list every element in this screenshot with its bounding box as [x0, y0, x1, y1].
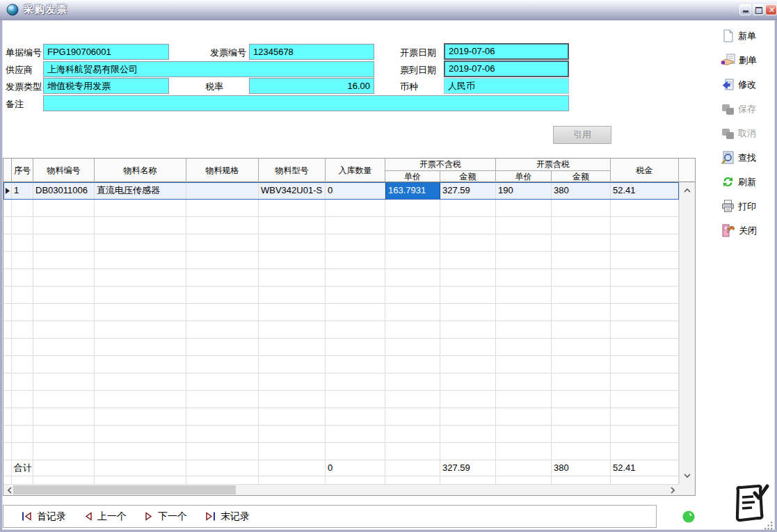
invoice-no-field[interactable]: 12345678	[249, 44, 374, 60]
empty-cell	[186, 443, 259, 460]
cell-qty[interactable]: 0	[326, 182, 385, 200]
cell-price-excl-selected[interactable]: 163.7931	[385, 182, 440, 200]
invoice-type-field[interactable]: 增值税专用发票	[43, 78, 169, 94]
table-empty-row[interactable]	[3, 391, 679, 408]
invoice-date-field[interactable]: 2019-07-06	[444, 43, 569, 60]
supplier-field[interactable]: 上海科航贸易有限公司	[43, 61, 374, 77]
header-group-excl-tax[interactable]: 开票不含税	[385, 159, 496, 171]
previous-record-button[interactable]: 上一个	[84, 510, 127, 523]
table-empty-row[interactable]	[3, 426, 679, 443]
empty-cell	[611, 234, 679, 252]
header-amount-incl[interactable]: 金额	[552, 171, 611, 182]
empty-cell	[440, 373, 496, 391]
table-empty-row[interactable]	[3, 408, 679, 426]
empty-cell	[440, 391, 496, 408]
minimize-button[interactable]	[739, 4, 751, 15]
empty-cell	[186, 408, 259, 426]
empty-cell	[12, 443, 33, 460]
tax-rate-field[interactable]: 16.00	[249, 78, 374, 94]
resize-grip[interactable]	[764, 520, 774, 529]
scroll-down-icon[interactable]	[680, 470, 695, 481]
empty-cell	[3, 426, 12, 443]
cell-price-incl[interactable]: 190	[496, 182, 552, 200]
header-price-incl[interactable]: 单价	[496, 171, 552, 182]
next-record-button[interactable]: 下一个	[145, 510, 187, 523]
empty-cell	[385, 476, 440, 484]
remark-field[interactable]	[43, 95, 569, 111]
empty-cell	[95, 287, 186, 304]
table-empty-row[interactable]	[3, 287, 679, 304]
empty-cell	[3, 200, 12, 217]
delete-bill-button[interactable]: 删单	[721, 48, 775, 72]
find-button[interactable]: 查找	[721, 145, 775, 170]
header-qty[interactable]: 入库数量	[326, 159, 385, 182]
header-model[interactable]: 物料型号	[259, 159, 326, 182]
arrival-date-field[interactable]: 2019-07-06	[444, 61, 569, 77]
empty-cell	[259, 304, 326, 321]
table-row[interactable]: 1 DB03011006 直流电压传感器 WBV342U01-S D( 0 16…	[3, 182, 679, 200]
empty-cell	[385, 426, 440, 443]
table-empty-row[interactable]	[3, 476, 679, 484]
first-record-button[interactable]: 首记录	[22, 510, 66, 523]
table-empty-row[interactable]	[3, 356, 679, 373]
horizontal-scrollbar[interactable]	[3, 484, 679, 495]
cell-amount-incl[interactable]: 380	[552, 182, 611, 200]
empty-cell	[552, 476, 611, 484]
horizontal-scroll-thumb[interactable]	[13, 485, 236, 494]
table-empty-row[interactable]	[3, 200, 679, 217]
printer-icon	[721, 199, 735, 213]
table-empty-row[interactable]	[3, 217, 679, 234]
totals-row: 合计 0 327.59 380 52.41	[3, 460, 679, 476]
empty-cell	[496, 426, 552, 443]
row-selector-cell[interactable]	[3, 182, 12, 200]
empty-cell	[95, 373, 186, 391]
header-amount-excl[interactable]: 金额	[440, 171, 496, 182]
table-empty-row[interactable]	[3, 234, 679, 252]
new-bill-button[interactable]: 新单	[721, 24, 775, 48]
scroll-right-icon[interactable]	[668, 485, 678, 495]
scroll-up-icon[interactable]	[680, 185, 695, 196]
header-tax[interactable]: 税金	[611, 159, 679, 182]
refresh-button[interactable]: 刷新	[721, 170, 775, 194]
modify-bill-button[interactable]: 修改	[721, 72, 775, 97]
cell-model[interactable]: WBV342U01-S D(	[259, 182, 326, 200]
header-code[interactable]: 物料编号	[33, 159, 95, 182]
table-empty-row[interactable]	[3, 339, 679, 356]
table-empty-row[interactable]	[3, 269, 679, 287]
header-price-excl[interactable]: 单价	[385, 171, 440, 182]
table-empty-row[interactable]	[3, 443, 679, 460]
empty-cell	[3, 339, 12, 356]
header-seq[interactable]: 序号	[12, 159, 33, 182]
close-form-button[interactable]: 关闭	[721, 218, 775, 243]
cell-seq[interactable]: 1	[12, 182, 33, 200]
empty-cell	[496, 304, 552, 321]
cell-spec[interactable]	[186, 182, 259, 200]
table-empty-row[interactable]	[3, 252, 679, 269]
table-empty-row[interactable]	[3, 321, 679, 339]
cell-code[interactable]: DB03011006	[33, 182, 95, 200]
titlebar[interactable]: 采购发票 ✕	[0, 0, 777, 20]
empty-cell	[12, 373, 33, 391]
table-empty-row[interactable]	[3, 304, 679, 321]
cell-tax[interactable]: 52.41	[611, 182, 679, 200]
currency-field[interactable]: 人民币	[444, 78, 569, 94]
close-button[interactable]: ✕	[765, 4, 777, 15]
empty-cell	[12, 391, 33, 408]
empty-cell	[611, 269, 679, 287]
quote-button[interactable]: 引用	[553, 126, 611, 144]
cell-name[interactable]: 直流电压传感器	[95, 182, 186, 200]
totals-tax: 52.41	[611, 460, 679, 476]
header-group-incl-tax[interactable]: 开票含税	[496, 159, 611, 171]
header-name[interactable]: 物料名称	[95, 159, 186, 182]
maximize-button[interactable]	[753, 4, 764, 15]
bill-no-field[interactable]: FPG190706001	[43, 44, 169, 60]
print-button[interactable]: 打印	[721, 194, 775, 218]
header-spec[interactable]: 物料规格	[186, 159, 259, 182]
empty-cell	[186, 391, 259, 408]
totals-selector-cell	[3, 460, 12, 476]
table-empty-row[interactable]	[3, 373, 679, 391]
vertical-scrollbar[interactable]	[679, 182, 695, 484]
last-record-button[interactable]: 末记录	[205, 510, 250, 523]
window-title: 采购发票	[24, 3, 68, 16]
cell-amount-excl[interactable]: 327.59	[440, 182, 496, 200]
